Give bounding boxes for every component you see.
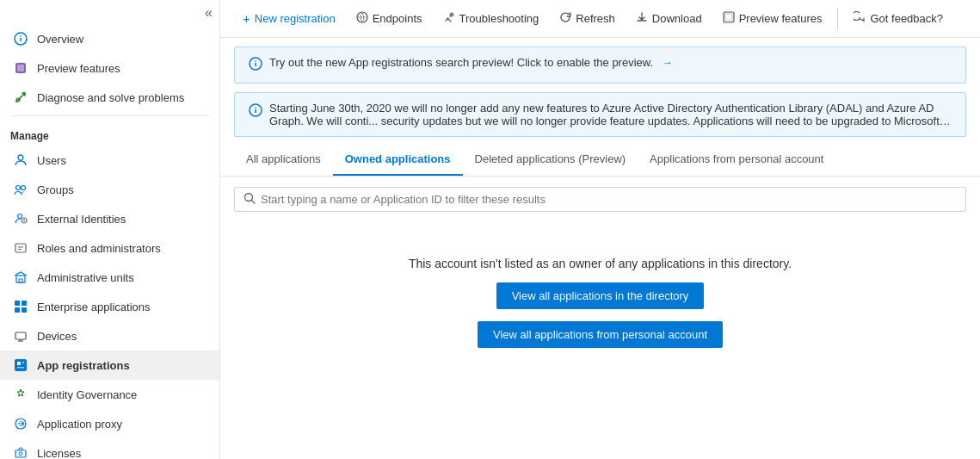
svg-point-6: [18, 155, 23, 160]
toolbar-divider: [837, 9, 838, 29]
sidebar-item-identity-governance[interactable]: Identity Governance: [0, 380, 219, 409]
download-button[interactable]: Download: [627, 7, 711, 30]
sidebar-item-diagnose[interactable]: Diagnose and solve problems: [0, 83, 219, 112]
manage-section-label: Manage: [0, 120, 219, 146]
svg-rect-13: [19, 279, 22, 282]
endpoints-button[interactable]: Endpoints: [348, 7, 431, 30]
groups-icon: [13, 182, 28, 197]
svg-rect-22: [17, 362, 21, 365]
troubleshooting-button[interactable]: Troubleshooting: [435, 7, 548, 30]
troubleshooting-label: Troubleshooting: [459, 12, 539, 25]
svg-rect-26: [15, 450, 26, 457]
endpoints-icon: [356, 11, 368, 26]
banner1-arrow[interactable]: →: [662, 56, 673, 69]
svg-point-2: [20, 35, 22, 37]
sidebar-item-admin-units[interactable]: Administrative units: [0, 263, 219, 292]
sidebar-item-users[interactable]: Users: [0, 146, 219, 175]
svg-rect-21: [15, 359, 27, 371]
search-icon: [243, 192, 256, 207]
sidebar-label-identity-gov: Identity Governance: [37, 388, 137, 401]
sidebar-label-users: Users: [37, 154, 66, 167]
svg-rect-4: [17, 65, 24, 71]
sidebar-item-app-registrations[interactable]: App registrations: [0, 350, 219, 380]
app-reg-icon: [13, 357, 28, 373]
preview-features-button[interactable]: Preview features: [714, 7, 831, 30]
chevron-left-icon: «: [205, 5, 213, 21]
tab-owned-applications[interactable]: Owned applications: [333, 144, 463, 176]
users-icon: [13, 152, 28, 168]
collapse-button[interactable]: «: [0, 0, 219, 24]
tab-personal-applications[interactable]: Applications from personal account: [638, 144, 835, 176]
download-icon: [636, 11, 648, 26]
svg-point-7: [16, 186, 21, 190]
devices-icon: [13, 328, 28, 344]
refresh-icon: [559, 11, 571, 26]
tab-all-applications[interactable]: All applications: [234, 144, 333, 176]
preview-features-toolbar-label: Preview features: [739, 12, 823, 25]
feedback-icon: [854, 11, 866, 26]
refresh-button[interactable]: Refresh: [551, 7, 624, 30]
sidebar-item-devices[interactable]: Devices: [0, 321, 219, 350]
info-banner-adal: Starting June 30th, 2020 we will no long…: [234, 92, 966, 137]
new-registration-button[interactable]: + New registration: [234, 7, 344, 30]
svg-rect-24: [17, 367, 24, 369]
sidebar-divider-1: [10, 115, 209, 116]
empty-state-message: This account isn't listed as an owner of…: [409, 257, 792, 270]
svg-rect-11: [15, 244, 26, 252]
got-feedback-label: Got feedback?: [870, 12, 943, 25]
view-all-directory-button[interactable]: View all applications in the directory: [496, 282, 705, 309]
sidebar-label-roles: Roles and administrators: [37, 242, 161, 255]
sidebar-item-preview-features[interactable]: Preview features: [0, 53, 219, 83]
sidebar-item-overview[interactable]: Overview: [0, 24, 219, 53]
banner2-text: Starting June 30th, 2020 we will no long…: [269, 102, 952, 127]
svg-rect-31: [725, 14, 732, 21]
svg-point-27: [19, 452, 22, 456]
got-feedback-button[interactable]: Got feedback?: [845, 7, 952, 30]
endpoints-label: Endpoints: [373, 12, 422, 25]
sidebar-item-licenses[interactable]: Licenses: [0, 438, 219, 459]
svg-point-9: [18, 214, 22, 219]
sidebar-label-external: External Identities: [37, 213, 126, 226]
preview-features-toolbar-icon: [723, 11, 735, 26]
preview-features-icon: [13, 60, 28, 76]
filter-input[interactable]: [261, 193, 957, 206]
sidebar-item-enterprise[interactable]: Enterprise applications: [0, 292, 219, 321]
sidebar-item-groups[interactable]: Groups: [0, 175, 219, 204]
sidebar-label-admin-units: Administrative units: [37, 271, 134, 284]
filter-search-bar[interactable]: [234, 187, 966, 212]
empty-state: This account isn't listed as an owner of…: [220, 222, 980, 382]
plus-icon: +: [243, 11, 250, 26]
view-all-personal-button[interactable]: View all applications from personal acco…: [478, 321, 723, 348]
external-id-icon: [13, 211, 28, 226]
overview-icon: [13, 31, 28, 47]
sidebar-item-app-proxy[interactable]: Application proxy: [0, 409, 219, 438]
sidebar-label-devices: Devices: [37, 330, 77, 343]
sidebar-label-overview: Overview: [37, 33, 83, 46]
toolbar: + New registration Endpoints Troubleshoo…: [220, 0, 980, 38]
svg-point-8: [22, 186, 26, 190]
svg-line-39: [252, 201, 256, 204]
svg-rect-17: [22, 307, 27, 313]
content-area: Try out the new App registrations search…: [220, 38, 980, 459]
sidebar-item-external-identities[interactable]: External Identities: [0, 204, 219, 233]
svg-rect-18: [15, 332, 26, 339]
info-icon-2: [249, 103, 262, 121]
app-proxy-icon: [13, 416, 28, 431]
sidebar-item-roles[interactable]: Roles and administrators: [0, 233, 219, 263]
refresh-label: Refresh: [576, 12, 615, 25]
sidebar-label-app-reg: App registrations: [37, 359, 130, 372]
licenses-icon: [13, 445, 28, 459]
enterprise-icon: [13, 299, 28, 314]
svg-point-34: [255, 60, 256, 62]
svg-rect-15: [22, 301, 27, 306]
sidebar-label-groups: Groups: [37, 183, 74, 196]
roles-icon: [13, 240, 28, 256]
download-label: Download: [652, 12, 702, 25]
info-icon-1: [249, 57, 262, 74]
svg-rect-14: [15, 301, 20, 306]
sidebar-label-enterprise: Enterprise applications: [37, 301, 151, 313]
sidebar: « Overview Preview features Diagnose and…: [0, 0, 220, 459]
tab-deleted-applications[interactable]: Deleted applications (Preview): [463, 144, 638, 176]
sidebar-label-app-proxy: Application proxy: [37, 418, 122, 431]
info-banner-search-preview: Try out the new App registrations search…: [234, 47, 966, 84]
